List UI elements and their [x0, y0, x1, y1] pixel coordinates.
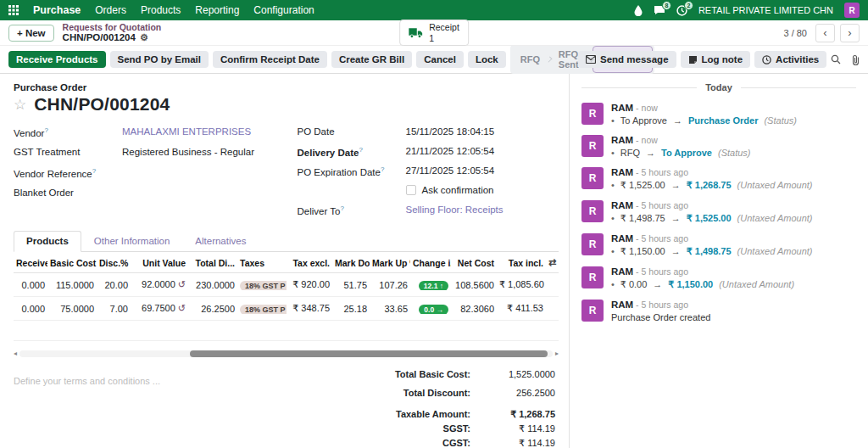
col-disc[interactable]: Disc.% — [97, 258, 131, 268]
activities-clock-icon[interactable]: 2 — [676, 5, 687, 16]
user-avatar[interactable]: R — [844, 3, 860, 18]
favorite-star-icon[interactable]: ☆ — [14, 96, 26, 114]
field-value[interactable]: MAHALAXMI ENTERPRISES — [122, 125, 251, 137]
col-mark-down[interactable]: Mark Do... — [332, 258, 370, 268]
cell-tax-incl[interactable]: ₹ 411.53 — [497, 303, 546, 314]
reset-value-icon[interactable]: ↺ — [178, 279, 186, 289]
cell-mark-down[interactable]: 51.75 — [332, 280, 370, 290]
cell-net-cost[interactable]: 108.5600 — [451, 280, 497, 290]
message-author[interactable]: RAM — [611, 300, 633, 310]
cell-disc[interactable]: 7.00 — [97, 304, 131, 314]
activities-button[interactable]: Activities — [754, 51, 826, 68]
col-received[interactable]: Received — [14, 258, 47, 268]
tax-badge[interactable]: 18% GST P — [240, 305, 287, 314]
cell-net-cost[interactable]: 82.3060 — [451, 304, 497, 314]
col-net-cost[interactable]: Net Cost — [451, 258, 497, 268]
horizontal-scrollbar[interactable]: ◂ ▸ — [14, 350, 559, 357]
pager-previous-button[interactable]: ‹ — [815, 24, 835, 42]
receive-products-button[interactable]: Receive Products — [8, 51, 106, 68]
cell-change[interactable]: 12.1 ↑ — [410, 280, 451, 290]
nav-menu-item[interactable]: Reporting — [195, 4, 239, 16]
chatter-message[interactable]: R RAMnow • RFQ → To Approve (Status) — [581, 135, 856, 158]
chatter-message[interactable]: R RAM5 hours ago • ₹ 1,150.00 → ₹ 1,498.… — [581, 233, 856, 257]
field-value[interactable]: 15/11/2025 18:04:15 — [406, 125, 495, 137]
message-author[interactable]: RAM — [611, 167, 633, 177]
message-author[interactable]: RAM — [611, 233, 633, 244]
chatter-message[interactable]: R RAM5 hours ago • → Purchase Order cr — [581, 300, 856, 322]
cell-tax-incl[interactable]: ₹ 1,085.60 — [497, 279, 546, 290]
receipt-smart-button[interactable]: Receipt 1 — [399, 20, 469, 45]
tab-alternatives[interactable]: Alternatives — [182, 231, 259, 251]
cell-unit-value[interactable]: 92.0000↺ — [131, 279, 188, 290]
col-taxes[interactable]: Taxes — [237, 258, 287, 268]
scroll-right-icon[interactable]: ▸ — [555, 350, 559, 357]
col-unit-value[interactable]: Unit Value — [131, 258, 188, 268]
attachment-paperclip-icon[interactable] — [851, 54, 860, 65]
cell-change[interactable]: 0.0 → — [410, 304, 451, 314]
cell-received[interactable]: 0.000 — [14, 280, 47, 290]
nav-menu-item[interactable]: Configuration — [253, 4, 314, 16]
tracking-new-value[interactable]: ₹ 1,268.75 — [687, 180, 732, 191]
apps-grid-icon[interactable] — [8, 5, 19, 15]
cell-mark-down[interactable]: 25.18 — [332, 304, 370, 314]
cell-tax-excl[interactable]: ₹ 920.00 — [287, 279, 332, 290]
cell-basic-cost[interactable]: 115.0000 — [47, 280, 97, 290]
app-name[interactable]: Purchase — [33, 4, 81, 16]
cell-mark-up[interactable]: 33.65 — [370, 304, 410, 314]
cell-tax-excl[interactable]: ₹ 348.75 — [287, 303, 332, 314]
table-row[interactable]: 0.000 75.0000 7.00 69.7500↺ 26.2500 18% … — [14, 297, 559, 321]
tracking-new-value[interactable]: To Approve — [661, 148, 712, 158]
chatter-message[interactable]: R RAM5 hours ago • ₹ 0.00 → ₹ 1,150.00 (… — [581, 266, 856, 290]
col-tax-incl[interactable]: Tax incl. — [497, 258, 546, 268]
nav-menu-item[interactable]: Products — [141, 4, 181, 16]
new-button[interactable]: + New — [8, 25, 54, 42]
cell-taxes[interactable]: 18% GST P — [237, 304, 287, 314]
status-step-rfq[interactable]: RFQ — [512, 52, 548, 67]
cell-mark-up[interactable]: 107.26 — [370, 280, 410, 290]
secondary-action-button[interactable]: Create GR Bill — [331, 51, 412, 68]
table-row[interactable]: 0.000 115.0000 20.00 92.0000↺ 230.0000 1… — [14, 273, 559, 297]
cell-unit-value[interactable]: 69.7500↺ — [131, 303, 188, 314]
field-value[interactable]: 21/11/2025 12:05:54 — [406, 144, 495, 156]
col-mark-up[interactable]: Mark Up % — [370, 258, 410, 268]
tracking-new-value[interactable]: ₹ 1,150.00 — [668, 279, 713, 290]
tax-badge[interactable]: 18% GST P — [240, 281, 287, 290]
settings-gear-icon[interactable]: ⚙ — [140, 32, 148, 43]
tab-products[interactable]: Products — [14, 231, 81, 252]
scrollbar-thumb[interactable] — [190, 350, 547, 357]
checkbox-icon[interactable] — [406, 185, 416, 195]
breadcrumb-parent[interactable]: Requests for Quotation — [63, 22, 162, 32]
secondary-action-button[interactable]: Send PO by Email — [110, 51, 209, 68]
scroll-left-icon[interactable]: ◂ — [14, 350, 17, 357]
message-author[interactable]: RAM — [611, 200, 633, 210]
systray-drop-icon[interactable] — [634, 5, 643, 16]
checkbox-field[interactable]: Ask confirmation — [406, 183, 494, 195]
tracking-new-value[interactable]: Purchase Order — [688, 115, 759, 126]
field-value[interactable]: Selling Floor: Receipts — [406, 203, 504, 215]
messages-icon[interactable]: 8 — [654, 5, 665, 15]
optional-columns-icon[interactable]: ⇄ — [546, 257, 558, 268]
col-total-discount[interactable]: Total Di... — [188, 258, 237, 268]
cell-received[interactable]: 0.000 — [14, 304, 47, 314]
nav-menu-item[interactable]: Orders — [95, 4, 126, 16]
field-value[interactable]: 27/11/2025 12:05:54 — [406, 164, 495, 176]
terms-placeholder[interactable]: Define your terms and conditions ... — [14, 369, 328, 448]
secondary-action-button[interactable]: Cancel — [416, 51, 464, 68]
search-icon[interactable] — [831, 54, 841, 64]
empty-table-row[interactable] — [14, 321, 559, 341]
cell-total-discount[interactable]: 230.0000 — [188, 280, 237, 290]
message-author[interactable]: RAM — [611, 103, 633, 113]
chatter-message[interactable]: R RAMnow • To Approve → Purchase Order (… — [581, 103, 856, 126]
tracking-new-value[interactable]: ₹ 1,498.75 — [687, 246, 732, 257]
cell-total-discount[interactable]: 26.2500 — [188, 304, 237, 314]
message-author[interactable]: RAM — [611, 135, 633, 145]
secondary-action-button[interactable]: Confirm Receipt Date — [213, 51, 327, 68]
cell-basic-cost[interactable]: 75.0000 — [47, 304, 97, 314]
chatter-message[interactable]: R RAM5 hours ago • ₹ 1,498.75 → ₹ 1,525.… — [581, 200, 856, 224]
company-name[interactable]: RETAIL PRIVATE LIMITED CHN — [698, 5, 833, 15]
reset-value-icon[interactable]: ↺ — [178, 303, 186, 313]
secondary-action-button[interactable]: Lock — [468, 51, 506, 68]
cell-disc[interactable]: 20.00 — [97, 280, 131, 290]
cell-taxes[interactable]: 18% GST P — [237, 280, 287, 290]
tracking-new-value[interactable]: ₹ 1,525.00 — [687, 213, 732, 224]
